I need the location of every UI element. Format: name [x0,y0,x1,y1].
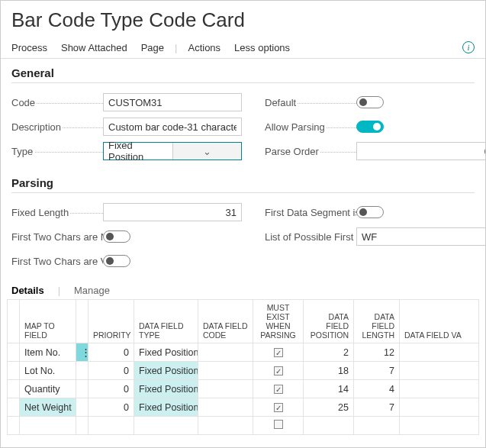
col-dft[interactable]: DATA FIELD TYPE [134,300,198,343]
cell-type[interactable]: Fixed Position [134,398,198,417]
label-first-two-var: First Two Chars are Va... [11,256,103,267]
toggle-first-two-var[interactable] [103,255,130,267]
cell-priority[interactable]: 0 [89,362,134,380]
info-icon[interactable]: i [462,41,475,53]
label-description: Description [11,121,103,133]
cell-val[interactable] [400,380,479,398]
label-fixed-length: Fixed Length [11,207,103,218]
cell-len[interactable]: 7 [354,362,400,380]
col-map[interactable]: MAP TO FIELD [20,300,76,343]
table-row[interactable]: Quantity0Fixed Position✓144 [8,380,479,398]
cell-type[interactable]: Fixed Position [134,380,198,398]
cell-must[interactable]: ✓ [253,343,304,362]
input-list-first[interactable] [356,227,486,246]
input-fixed-length[interactable] [103,203,242,221]
checkbox-icon[interactable]: ✓ [274,403,283,412]
label-default: Default [265,97,356,108]
cell-code[interactable] [198,343,253,362]
checkbox-icon[interactable]: ✓ [274,366,283,375]
tab-manage[interactable]: Manage [74,285,110,296]
toggle-first-two-num[interactable] [103,230,130,243]
cell-must[interactable]: ✓ [253,362,304,380]
table-row-empty[interactable] [8,417,479,435]
chevron-down-icon: ⌄ [172,143,242,160]
cell-type[interactable]: Fixed Position [134,343,198,362]
cell-pos[interactable]: 25 [304,398,354,417]
table-row[interactable]: Net Weight0Fixed Position✓257 [8,398,479,417]
cell-val[interactable] [400,398,479,417]
toggle-allow-parsing[interactable] [356,121,384,133]
cell-priority[interactable]: 0 [89,343,134,362]
toggle-first-data-seg[interactable] [356,206,384,218]
menu-separator: | [175,42,177,53]
menu-less-options[interactable]: Less options [234,42,290,53]
menu-show-attached[interactable]: Show Attached [61,42,127,53]
col-len[interactable]: DATA FIELD LENGTH [354,300,400,343]
cell-must[interactable]: ✓ [253,380,304,398]
col-priority[interactable]: PRIORITY [89,300,134,343]
cell-code[interactable] [198,362,253,380]
table-header-row: MAP TO FIELD PRIORITY DATA FIELD TYPE DA… [8,300,479,343]
label-first-two-num: First Two Chars are N... [11,231,103,243]
cell-pos[interactable]: 2 [304,343,354,362]
toggle-default[interactable] [356,96,384,108]
cell-pos[interactable]: 14 [304,380,354,398]
checkbox-icon[interactable]: ✓ [274,348,283,357]
select-type-value: Fixed Position [104,140,172,163]
col-val[interactable]: DATA FIELD VA [400,300,479,343]
cell-map[interactable]: Net Weight [20,398,76,417]
menu-bar: Process Show Attached Page | Actions Les… [1,37,485,59]
details-tabs: Details | Manage [1,279,485,299]
table-row[interactable]: Item No.⋮0Fixed Position✓212 [8,343,479,362]
cell-priority[interactable]: 0 [89,380,134,398]
cell-must[interactable]: ✓ [253,398,304,417]
tab-details[interactable]: Details [11,285,44,296]
page-title: Bar Code Type Code Card [1,1,485,37]
col-must[interactable]: MUST EXIST WHEN PARSING [253,300,304,343]
checkbox-icon[interactable] [274,420,283,429]
tab-separator: | [58,285,60,296]
label-code: Code [11,97,103,108]
cell-type[interactable]: Fixed Position [134,362,198,380]
section-parsing: Parsing Fixed Length First Two Chars are… [1,169,485,279]
input-parse-order[interactable] [356,142,486,160]
input-code[interactable] [103,93,242,111]
cell-val[interactable] [400,343,479,362]
section-general: General Code Description Type Fixed Posi… [1,59,485,169]
cell-val[interactable] [400,362,479,380]
label-first-data-seg: First Data Segment is ... [265,207,356,218]
cell-code[interactable] [198,398,253,417]
vertical-dots-icon[interactable]: ⋮ [81,349,89,356]
cell-len[interactable]: 4 [354,380,400,398]
cell-len[interactable]: 7 [354,398,400,417]
menu-process[interactable]: Process [11,42,47,53]
col-pos[interactable]: DATA FIELD POSITION [304,300,354,343]
menu-page[interactable]: Page [141,42,164,53]
select-type[interactable]: Fixed Position ⌄ [103,142,242,160]
table-row[interactable]: Lot No.0Fixed Position✓187 [8,362,479,380]
cell-priority[interactable]: 0 [89,398,134,417]
label-parse-order: Parse Order [265,146,356,157]
cell-code[interactable] [198,380,253,398]
cell-len[interactable]: 12 [354,343,400,362]
cell-map[interactable]: Quantity [20,380,76,398]
section-general-title: General [11,66,475,83]
checkbox-icon[interactable]: ✓ [274,385,283,394]
label-type: Type [11,146,103,157]
label-list-first: List of Possible First C... [265,231,356,243]
details-table: MAP TO FIELD PRIORITY DATA FIELD TYPE DA… [7,299,479,435]
cell-pos[interactable]: 18 [304,362,354,380]
col-dfc[interactable]: DATA FIELD CODE [198,300,253,343]
cell-map[interactable]: Lot No. [20,362,76,380]
cell-map[interactable]: Item No. [20,343,76,362]
section-parsing-title: Parsing [11,176,475,193]
input-description[interactable] [103,118,242,136]
menu-actions[interactable]: Actions [188,42,220,53]
label-allow-parsing: Allow Parsing [265,121,356,133]
